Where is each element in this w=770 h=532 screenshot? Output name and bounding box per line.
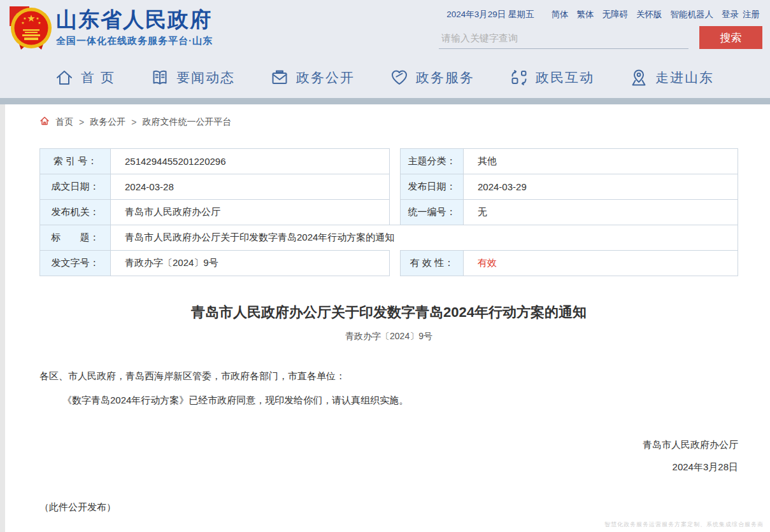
link-care-version[interactable]: 关怀版: [636, 9, 662, 20]
document-number: 青政办字〔2024〕9号: [39, 331, 738, 342]
meta-value-title: 青岛市人民政府办公厅关于印发数字青岛2024年行动方案的通知: [111, 225, 738, 251]
breadcrumb-separator: >: [79, 117, 84, 127]
document-signer: 青岛市人民政府办公厅: [39, 439, 738, 451]
document-salutation: 各区、市人民政府，青岛西海岸新区管委，市政府各部门，市直各单位：: [39, 369, 738, 383]
link-accessibility[interactable]: 无障碍: [602, 9, 629, 20]
breadcrumb-home[interactable]: 首页: [55, 116, 73, 128]
meta-value-category: 其他: [464, 148, 738, 174]
meta-value-unified-number: 无: [464, 199, 738, 225]
brand[interactable]: 山东省人民政府 全国一体化在线政务服务平台·山东: [56, 8, 213, 47]
table-gap: [390, 199, 400, 225]
topbar: 2024年3月29日 星期五 简体 繁体 无障碍 关怀版 智能机器人 登录 注册: [439, 9, 770, 20]
table-row: 成文日期： 2024-03-28 发布日期： 2024-03-29: [39, 174, 738, 200]
link-robot[interactable]: 智能机器人: [671, 9, 714, 20]
document-title: 青岛市人民政府办公厅关于印发数字青岛2024年行动方案的通知: [39, 303, 738, 322]
table-row: 标 题： 青岛市人民政府办公厅关于印发数字青岛2024年行动方案的通知: [39, 225, 738, 251]
search-button[interactable]: 搜索: [699, 26, 762, 49]
link-register[interactable]: 注册: [743, 9, 760, 20]
meta-label-written-date: 成文日期：: [39, 174, 111, 200]
meta-value-validity: 有效: [464, 250, 738, 276]
book-icon: [150, 68, 169, 87]
nav-label: 走进山东: [655, 69, 714, 87]
link-login[interactable]: 登录: [722, 9, 739, 20]
table-gap: [390, 250, 400, 276]
page: ★ ★ ★ ★ ★ 山东省人民政府 全国一体化在线政务服务平台·山东 2024年…: [0, 0, 770, 532]
meta-label-issuing-agency: 发布机关：: [39, 199, 111, 225]
date-text: 2024年3月29日 星期五: [446, 9, 534, 20]
meta-label-publish-date: 发布日期：: [400, 174, 464, 200]
document-sign-date: 2024年3月28日: [39, 461, 738, 473]
nav-item-open-gov[interactable]: 政务公开: [270, 68, 355, 87]
map-pin-icon: [629, 68, 648, 87]
heart-icon: [390, 68, 409, 87]
link-traditional[interactable]: 繁体: [577, 9, 594, 20]
home-icon: [55, 68, 74, 87]
breadcrumb: 首页 > 政务公开 > 政府文件统一公开平台: [39, 104, 738, 128]
nav-label: 首 页: [81, 69, 115, 87]
meta-label-unified-number: 统一编号：: [400, 199, 464, 225]
svg-text:★: ★: [23, 17, 26, 20]
table-gap: [390, 148, 400, 174]
link-simplified[interactable]: 简体: [552, 9, 569, 20]
site-title: 山东省人民政府: [56, 8, 213, 31]
table-gap: [390, 174, 400, 200]
breadcrumb-open-gov[interactable]: 政务公开: [90, 116, 125, 128]
nav-label: 政民互动: [536, 69, 594, 87]
nav-item-home[interactable]: 首 页: [55, 68, 115, 87]
home-icon-red[interactable]: [39, 116, 50, 128]
divider-band: [0, 98, 770, 104]
document-footnote: （此件公开发布）: [39, 501, 738, 514]
table-row: 索 引 号： 2514294455201220296 主题分类： 其他: [39, 148, 738, 174]
interact-arrows-icon: [510, 68, 529, 87]
meta-value-index: 2514294455201220296: [111, 148, 390, 174]
nav-label: 政务服务: [416, 69, 474, 87]
meta-value-doc-number: 青政办字〔2024〕9号: [111, 250, 390, 276]
nav-item-services[interactable]: 政务服务: [390, 68, 474, 87]
meta-value-publish-date: 2024-03-29: [464, 174, 738, 200]
document-body: 《数字青岛2024年行动方案》已经市政府同意，现印发给你们，请认真组织实施。: [39, 393, 738, 407]
nav-item-interaction[interactable]: 政民互动: [510, 68, 594, 87]
header: ★ ★ ★ ★ ★ 山东省人民政府 全国一体化在线政务服务平台·山东 2024年…: [0, 0, 770, 57]
nav-label: 要闻动态: [176, 69, 235, 87]
content: 首页 > 政务公开 > 政府文件统一公开平台 索 引 号： 2514294455…: [0, 104, 770, 532]
nav-item-news[interactable]: 要闻动态: [150, 68, 235, 87]
search-input[interactable]: [439, 27, 688, 49]
watermark-text: 智慧化政务服务运营服务方案定制、系统集成综合服务商: [604, 521, 764, 529]
national-emblem-icon[interactable]: ★ ★ ★ ★ ★: [8, 5, 52, 52]
meta-label-validity: 有 效 性：: [400, 250, 464, 276]
site-subtitle: 全国一体化在线政务服务平台·山东: [56, 35, 213, 47]
table-row: 发布机关： 青岛市人民政府办公厅 统一编号： 无: [39, 199, 738, 225]
svg-text:★: ★: [21, 21, 24, 25]
left-gutter: [0, 104, 5, 532]
svg-text:★: ★: [27, 13, 35, 24]
header-right: 2024年3月29日 星期五 简体 繁体 无障碍 关怀版 智能机器人 登录 注册…: [439, 9, 770, 49]
meta-label-doc-number: 发文字号：: [39, 250, 111, 276]
nav-item-about-shandong[interactable]: 走进山东: [629, 68, 714, 87]
meta-label-index: 索 引 号：: [39, 148, 111, 174]
meta-value-written-date: 2024-03-28: [111, 174, 390, 200]
table-row: 发文字号： 青政办字〔2024〕9号 有 效 性： 有效: [39, 250, 738, 276]
svg-text:★: ★: [36, 17, 39, 20]
meta-label-category: 主题分类：: [400, 148, 464, 174]
nav-label: 政务公开: [296, 69, 355, 87]
svg-text:★: ★: [38, 21, 41, 25]
search-bar: 搜索: [439, 26, 770, 49]
breadcrumb-separator: >: [131, 117, 136, 127]
meta-value-issuing-agency: 青岛市人民政府办公厅: [111, 199, 390, 225]
meta-label-title: 标 题：: [39, 225, 111, 251]
document-meta-table: 索 引 号： 2514294455201220296 主题分类： 其他 成文日期…: [39, 148, 738, 276]
breadcrumb-platform[interactable]: 政府文件统一公开平台: [142, 116, 231, 128]
main-nav: 首 页 要闻动态 政务公开: [0, 57, 770, 98]
envelope-icon: [270, 68, 289, 87]
